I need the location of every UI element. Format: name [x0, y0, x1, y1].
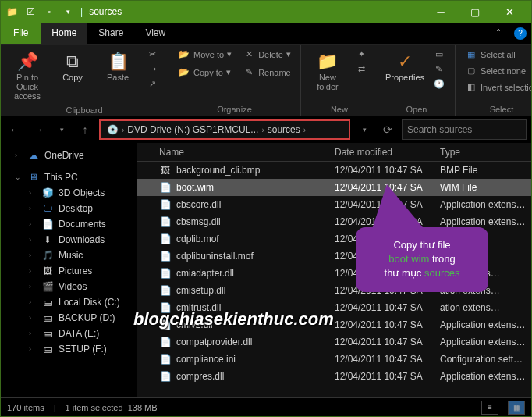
share-tab[interactable]: Share [87, 23, 134, 44]
table-row[interactable]: 📄compres.dll12/04/2011 10:47 SAApplicati… [137, 368, 531, 385]
recent-button[interactable]: ▾ [52, 120, 71, 139]
music-icon: 🎵 [41, 250, 54, 261]
easy-access-button[interactable]: ⇄ [353, 62, 371, 76]
navigation-pane: ›☁OneDrive ⌄🖥This PC ›🧊3D Objects ›🖵Desk… [1, 143, 137, 397]
copy-path-button[interactable]: ⇢ [143, 62, 161, 76]
nav-pictures[interactable]: ›🖼Pictures [1, 263, 137, 279]
breadcrumb-seg2[interactable]: sources [264, 124, 303, 135]
breadcrumb-seg1[interactable]: DVD Drive (N:) GSP1RMCUL... [124, 124, 261, 135]
nav-onedrive[interactable]: ›☁OneDrive [1, 148, 137, 163]
nav-local-disk-c[interactable]: ›🖴Local Disk (C:) [1, 294, 137, 310]
nav-3d-objects[interactable]: ›🧊3D Objects [1, 185, 137, 201]
copy-to-button[interactable]: 📂Copy to ▾ [175, 66, 235, 79]
help-button[interactable]: ? [509, 23, 531, 44]
file-name: compliance.ini [176, 354, 236, 365]
history-button[interactable]: 🕐 [430, 77, 449, 91]
qat-dropdown-icon[interactable]: ▾ [62, 5, 74, 18]
file-name: compres.dll [176, 371, 224, 382]
table-row[interactable]: 📄compliance.ini12/04/2011 10:47 SAConfig… [137, 351, 531, 368]
paste-icon: 📋 [108, 51, 129, 73]
watermark: blogchiasekienthuc.com [133, 309, 334, 330]
file-name: compatprovider.dll [176, 337, 252, 348]
edit-button[interactable]: ✎ [430, 62, 449, 76]
copy-icon: ⧉ [66, 51, 79, 73]
file-icon: 📄 [159, 337, 172, 348]
table-row[interactable]: 📄boot.wim12/04/2011 10:47 SAWIM File [137, 179, 531, 196]
videos-icon: 🎬 [41, 281, 54, 292]
nav-downloads[interactable]: ›⬇Downloads [1, 232, 137, 248]
file-date: 12/04/2011 10:47 SA [328, 354, 434, 365]
forward-button[interactable]: → [29, 120, 48, 139]
pin-quick-access-button[interactable]: 📌Pin to Quick access [7, 48, 48, 104]
column-name[interactable]: Name [153, 147, 328, 158]
table-row[interactable]: 📄compatprovider.dll12/04/2011 10:47 SAAp… [137, 333, 531, 351]
disk-icon: 🖴 [41, 328, 54, 339]
file-type: Configuration sett… [434, 354, 531, 365]
move-to-button[interactable]: 📂Move to ▾ [175, 48, 235, 61]
file-icon: 📄 [159, 268, 172, 279]
details-view-button[interactable]: ≡ [481, 401, 498, 415]
paste-button[interactable]: 📋Paste [98, 48, 138, 85]
breadcrumb[interactable]: 💿 › DVD Drive (N:) GSP1RMCUL... › source… [99, 119, 350, 140]
column-date[interactable]: Date modified [328, 147, 434, 158]
nav-music[interactable]: ›🎵Music [1, 248, 137, 263]
new-item-button[interactable]: ✦ [353, 48, 371, 61]
qat-folder-icon[interactable]: ▫ [43, 5, 55, 18]
file-date: 12/04/2011 10:47 SA [328, 302, 434, 313]
file-name: cbscore.dll [176, 199, 221, 210]
disk-icon: 🖴 [41, 297, 54, 308]
nav-data-e[interactable]: ›🖴DATA (E:) [1, 326, 137, 341]
qat-checkbox-icon[interactable]: ☑ [24, 5, 37, 18]
nav-thispc[interactable]: ⌄🖥This PC [1, 169, 137, 185]
rename-button[interactable]: ✎Rename [239, 66, 294, 79]
file-name: cmiadapter.dll [176, 268, 234, 279]
collapse-ribbon-button[interactable]: ˄ [488, 23, 509, 44]
select-all-button[interactable]: ▦Select all [462, 48, 532, 61]
select-none-button[interactable]: ▢Select none [462, 64, 532, 77]
close-button[interactable]: ✕ [492, 1, 527, 23]
back-button[interactable]: ← [5, 120, 24, 139]
nav-videos[interactable]: ›🎬Videos [1, 279, 137, 294]
properties-button[interactable]: ✓Properties [385, 48, 425, 85]
open-icon: ▭ [433, 49, 445, 59]
edit-icon: ✎ [433, 64, 445, 74]
file-date: 12/04/2011 10:47 SA [328, 319, 434, 330]
up-button[interactable]: ↑ [76, 120, 94, 139]
table-row[interactable]: 🖼background_cli.bmp12/04/2011 10:47 SABM… [137, 162, 531, 179]
file-icon: 📄 [159, 354, 172, 365]
rename-icon: ✎ [243, 67, 255, 77]
copy-button[interactable]: ⧉Copy [52, 48, 93, 85]
maximize-button[interactable]: ▢ [458, 1, 492, 23]
cut-button[interactable]: ✂ [143, 48, 161, 61]
open-button[interactable]: ▭ [430, 48, 449, 61]
thumbnails-view-button[interactable]: ▦ [508, 401, 525, 415]
breadcrumb-dropdown[interactable]: ▾ [355, 120, 374, 139]
table-row[interactable]: 📄cbscore.dll12/04/2011 10:47 SAApplicati… [137, 196, 531, 213]
file-icon: 🖼 [159, 165, 172, 176]
view-tab[interactable]: View [134, 23, 176, 44]
refresh-button[interactable]: ⟳ [378, 120, 397, 139]
column-header[interactable]: Name Date modified Type [137, 143, 531, 162]
file-tab[interactable]: File [1, 23, 41, 44]
new-folder-button[interactable]: 📁New folder [307, 48, 348, 94]
file-type: ation extens… [434, 302, 531, 313]
column-type[interactable]: Type [434, 147, 531, 158]
paste-shortcut-button[interactable]: ↗ [143, 77, 161, 91]
new-item-icon: ✦ [356, 49, 368, 59]
search-input[interactable]: Search sources [402, 119, 527, 140]
file-icon: 📄 [159, 182, 172, 193]
nav-desktop[interactable]: ›🖵Desktop [1, 201, 137, 216]
organize-group-label: Organize [175, 103, 294, 114]
delete-button[interactable]: ✕Delete ▾ [239, 48, 294, 61]
nav-backup-d[interactable]: ›🖴BACKUP (D:) [1, 310, 137, 326]
properties-icon: ✓ [398, 51, 412, 73]
file-type: Application extens… [434, 337, 531, 348]
invert-selection-button[interactable]: ◧Invert selection [462, 80, 532, 94]
minimize-button[interactable]: ─ [424, 1, 458, 23]
file-name: background_cli.bmp [176, 165, 260, 176]
status-selected: 1 item selected 138 MB [66, 403, 158, 412]
select-group-label: Select [462, 103, 532, 114]
nav-setup-f[interactable]: ›🖴SETUP (F:) [1, 341, 137, 357]
nav-documents[interactable]: ›📄Documents [1, 216, 137, 232]
home-tab[interactable]: Home [41, 23, 87, 44]
